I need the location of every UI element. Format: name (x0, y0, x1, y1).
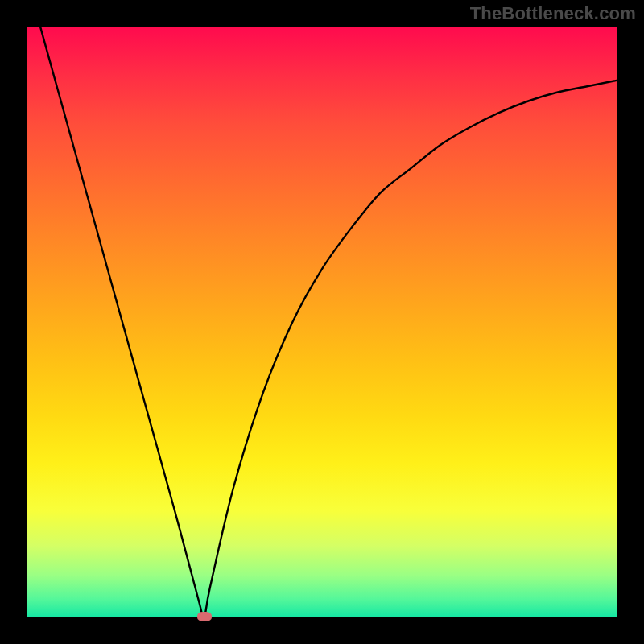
watermark-text: TheBottleneck.com (470, 3, 636, 24)
minimum-marker (197, 612, 212, 621)
chart-frame: TheBottleneck.com (0, 0, 644, 644)
bottleneck-curve (27, 27, 617, 617)
chart-plot-area (27, 27, 617, 617)
